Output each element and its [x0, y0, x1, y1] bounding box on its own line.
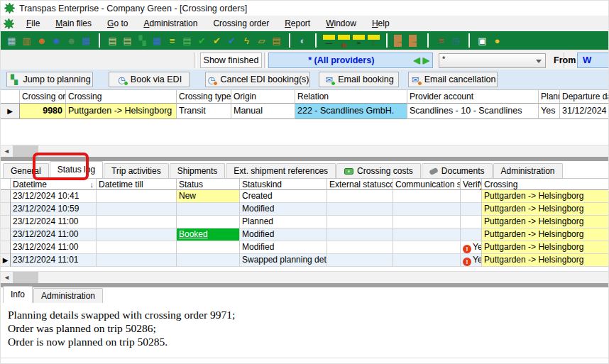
- tab-shipments[interactable]: Shipments: [170, 163, 226, 178]
- cell-crossing[interactable]: Puttgarden -> Helsingborg: [482, 203, 609, 216]
- next-provider-icon[interactable]: ▶: [423, 55, 429, 65]
- cell-status[interactable]: [177, 254, 240, 267]
- company-icon[interactable]: ▦: [6, 35, 18, 47]
- cell-external-statuscode[interactable]: [327, 254, 393, 267]
- col-relation[interactable]: Relation: [295, 89, 407, 104]
- menu-item-file[interactable]: File: [18, 16, 48, 31]
- menu-item-window[interactable]: Window: [318, 16, 364, 31]
- cell-communication-status[interactable]: [393, 203, 461, 216]
- contacts-icon[interactable]: ☻: [50, 35, 62, 47]
- cell-verify[interactable]: [461, 203, 482, 216]
- menu-item-help[interactable]: Help: [364, 16, 397, 31]
- col-crossing[interactable]: Crossing: [66, 89, 177, 104]
- orders-grid-row[interactable]: ▶9980Puttgarden -> HelsingborgTransitMan…: [1, 104, 609, 119]
- menu-item-administration[interactable]: Administration: [136, 16, 205, 31]
- cell-status[interactable]: [177, 241, 240, 254]
- cell-planned[interactable]: Yes: [539, 104, 560, 119]
- invoice-flash-icon[interactable]: ϟ: [241, 35, 253, 47]
- globe-icon[interactable]: ◐: [297, 35, 309, 47]
- cell-provider-account[interactable]: Scandlines - 10 - Scandlines: [407, 104, 539, 119]
- cell-status[interactable]: Booked: [177, 228, 240, 241]
- cell-statuskind[interactable]: Modified: [240, 241, 327, 254]
- exit-all-door-icon[interactable]: →: [409, 35, 421, 47]
- shopping-cart-icon[interactable]: ▣: [476, 35, 488, 47]
- cell-statuskind[interactable]: Modified: [240, 203, 327, 216]
- cell-crossing[interactable]: Puttgarden -> Helsingborg: [482, 190, 609, 203]
- cell-datetime-till[interactable]: [97, 216, 177, 228]
- col-departure-date[interactable]: Departure date: [560, 89, 609, 104]
- col-communication-status[interactable]: Communication status: [393, 178, 461, 190]
- cell-departure-date[interactable]: 31/12/2024: [560, 104, 609, 119]
- cell-crossing-order[interactable]: 9980: [20, 104, 66, 119]
- status-list-icon[interactable]: ≡: [435, 35, 447, 47]
- confirm-blue-icon[interactable]: ✔: [226, 35, 238, 47]
- cell-statuskind[interactable]: Swapped planning details: [240, 254, 327, 267]
- exit-door-icon[interactable]: →: [394, 35, 406, 47]
- cell-status[interactable]: [177, 216, 240, 228]
- col-statuskind[interactable]: Statuskind: [240, 178, 327, 190]
- book-via-edi-button[interactable]: ◷Book via EDI: [109, 72, 190, 87]
- fleet-icon[interactable]: ▥: [21, 35, 33, 47]
- previous-provider-icon[interactable]: ◀: [414, 55, 420, 65]
- cell-datetime[interactable]: 23/12/2024 11:01: [11, 254, 97, 267]
- col-crossing-order[interactable]: Crossing order: [20, 89, 66, 104]
- cell-crossing[interactable]: Puttgarden -> Helsingborg: [482, 241, 609, 254]
- col-selector[interactable]: [1, 89, 20, 104]
- col-crossing-type[interactable]: Crossing type: [177, 89, 231, 104]
- cell-external-statuscode[interactable]: [327, 216, 393, 228]
- show-finished-button[interactable]: Show finished: [200, 53, 262, 68]
- tab-administration[interactable]: Administration: [493, 163, 563, 178]
- cell-communication-status[interactable]: [393, 254, 461, 267]
- crossing-orders-icon[interactable]: —: [323, 35, 335, 47]
- tab-administration[interactable]: Administration: [33, 288, 103, 303]
- cancel-edi-booking-s-button[interactable]: ◷Cancel EDI booking(s): [205, 72, 310, 87]
- tab-ext-shipment-references[interactable]: Ext. shipment references: [226, 163, 336, 178]
- from-week-button[interactable]: W: [577, 53, 609, 68]
- cell-verify[interactable]: [461, 190, 482, 203]
- crossing-summary-icon[interactable]: Σ: [368, 35, 380, 47]
- cell-statuskind[interactable]: Planned: [240, 216, 327, 228]
- status-log-row[interactable]: 23/12/2024 10:41NewCreatedPuttgarden -> …: [1, 190, 609, 203]
- archive-folder-icon[interactable]: ▱: [256, 35, 268, 47]
- cell-verify[interactable]: [461, 216, 482, 228]
- cell-external-statuscode[interactable]: [327, 203, 393, 216]
- confirm-yellow-icon[interactable]: ✔: [211, 35, 223, 47]
- status-horizontal-scrollbar[interactable]: ◄: [1, 271, 609, 283]
- trip-board-icon[interactable]: ▦: [151, 35, 163, 47]
- status-log-row[interactable]: ▶23/12/2024 11:01Swapped planning detail…: [1, 254, 609, 267]
- employees-icon[interactable]: ☻: [65, 35, 77, 47]
- cell-datetime-till[interactable]: [97, 254, 177, 267]
- order-send-icon[interactable]: ▤: [270, 35, 282, 47]
- cell-communication-status[interactable]: [393, 190, 461, 203]
- tab-documents[interactable]: Documents: [422, 163, 493, 178]
- orders-icon[interactable]: ▤: [106, 35, 119, 47]
- cell-external-statuscode[interactable]: [327, 190, 393, 203]
- cell-communication-status[interactable]: [393, 228, 461, 241]
- col-verify[interactable]: Verify: [461, 178, 482, 190]
- planning-icon[interactable]: ▚: [136, 35, 148, 47]
- col-origin[interactable]: Origin: [231, 89, 295, 104]
- scrollbar-thumb[interactable]: [13, 145, 38, 158]
- cell-communication-status[interactable]: [393, 216, 461, 228]
- cell-datetime[interactable]: 23/12/2024 11:00: [11, 228, 97, 241]
- cell-datetime[interactable]: 23/12/2024 11:00: [11, 216, 97, 228]
- cell-verify[interactable]: !Yes: [461, 254, 482, 267]
- cell-datetime-till[interactable]: [97, 241, 177, 254]
- calendar-icon[interactable]: ▦: [80, 35, 92, 47]
- crossing-rail-icon[interactable]: =: [353, 35, 365, 47]
- col-datetime[interactable]: Datetime↓: [11, 178, 97, 190]
- tab-status-log[interactable]: Status log: [50, 161, 103, 178]
- cell-datetime[interactable]: 23/12/2024 10:41: [11, 190, 97, 203]
- menu-item-crossing-order[interactable]: Crossing order: [205, 16, 277, 31]
- cell-datetime-till[interactable]: [97, 190, 177, 203]
- cell-verify[interactable]: !Yes: [461, 241, 482, 254]
- menu-item-go-to[interactable]: Go to: [99, 16, 136, 31]
- email-booking-button[interactable]: ✉Email booking: [319, 72, 399, 87]
- jump-to-planning-button[interactable]: ▚Jump to planning: [6, 72, 93, 87]
- orders-horizontal-scrollbar[interactable]: ◄: [1, 145, 609, 157]
- cell-communication-status[interactable]: [393, 241, 461, 254]
- col-crossing[interactable]: Crossing: [482, 178, 609, 190]
- cell-external-statuscode[interactable]: [327, 228, 393, 241]
- task-list-icon[interactable]: ≡: [166, 35, 178, 47]
- cell-relation[interactable]: 222 - Scandlines GmbH.: [295, 104, 407, 119]
